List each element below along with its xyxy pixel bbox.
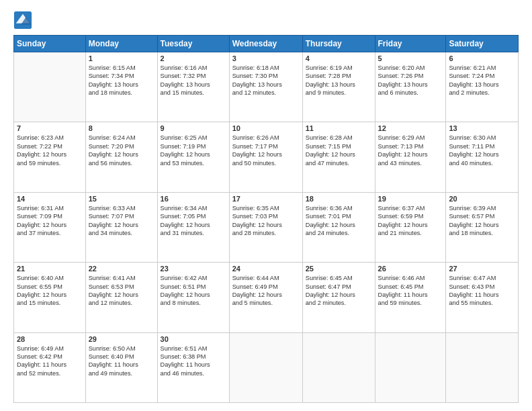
calendar-cell: 1Sunrise: 6:15 AM Sunset: 7:34 PM Daylig… [85,52,157,122]
day-info: Sunrise: 6:33 AM Sunset: 7:07 PM Dayligh… [89,204,154,238]
day-info: Sunrise: 6:50 AM Sunset: 6:40 PM Dayligh… [89,345,154,378]
day-number: 16 [161,195,226,203]
calendar-cell: 6Sunrise: 6:21 AM Sunset: 7:24 PM Daylig… [446,52,519,122]
day-info: Sunrise: 6:49 AM Sunset: 6:42 PM Dayligh… [17,345,83,378]
calendar-cell: 27Sunrise: 6:47 AM Sunset: 6:43 PM Dayli… [446,263,519,332]
day-number: 6 [449,54,515,62]
day-info: Sunrise: 6:40 AM Sunset: 6:55 PM Dayligh… [17,274,83,308]
day-number: 9 [161,124,226,132]
calendar-cell: 15Sunrise: 6:33 AM Sunset: 7:07 PM Dayli… [85,192,157,262]
day-number: 26 [378,265,443,273]
day-info: Sunrise: 6:35 AM Sunset: 7:03 PM Dayligh… [232,204,300,238]
calendar-cell: 11Sunrise: 6:28 AM Sunset: 7:15 PM Dayli… [302,122,375,192]
calendar-cell: 17Sunrise: 6:35 AM Sunset: 7:03 PM Dayli… [229,192,302,262]
calendar-cell: 21Sunrise: 6:40 AM Sunset: 6:55 PM Dayli… [14,263,86,332]
day-info: Sunrise: 6:23 AM Sunset: 7:22 PM Dayligh… [17,134,83,167]
logo [13,11,34,30]
calendar-cell: 12Sunrise: 6:29 AM Sunset: 7:13 PM Dayli… [375,122,446,192]
day-info: Sunrise: 6:26 AM Sunset: 7:17 PM Dayligh… [232,134,300,167]
calendar-cell: 26Sunrise: 6:46 AM Sunset: 6:45 PM Dayli… [375,263,446,332]
day-number: 22 [89,265,154,273]
calendar-cell: 7Sunrise: 6:23 AM Sunset: 7:22 PM Daylig… [14,122,86,192]
day-number: 23 [161,265,226,273]
calendar-cell: 29Sunrise: 6:50 AM Sunset: 6:40 PM Dayli… [85,332,157,402]
day-number: 13 [449,124,515,132]
calendar-week-row: 14Sunrise: 6:31 AM Sunset: 7:09 PM Dayli… [14,192,519,262]
day-number: 25 [306,265,372,273]
day-info: Sunrise: 6:19 AM Sunset: 7:28 PM Dayligh… [306,64,372,97]
calendar-cell: 9Sunrise: 6:25 AM Sunset: 7:19 PM Daylig… [157,122,229,192]
day-number: 5 [378,54,443,62]
day-info: Sunrise: 6:45 AM Sunset: 6:47 PM Dayligh… [306,274,372,308]
day-number: 8 [89,124,154,132]
day-info: Sunrise: 6:44 AM Sunset: 6:49 PM Dayligh… [232,274,300,308]
col-monday: Monday [85,36,157,52]
col-tuesday: Tuesday [157,36,229,52]
day-number: 12 [378,124,443,132]
day-info: Sunrise: 6:42 AM Sunset: 6:51 PM Dayligh… [161,274,226,308]
day-number: 15 [89,195,154,203]
day-info: Sunrise: 6:37 AM Sunset: 6:59 PM Dayligh… [378,204,443,238]
day-info: Sunrise: 6:51 AM Sunset: 6:38 PM Dayligh… [161,345,226,378]
day-number: 7 [17,124,83,132]
calendar-week-row: 1Sunrise: 6:15 AM Sunset: 7:34 PM Daylig… [14,52,519,122]
calendar-cell: 14Sunrise: 6:31 AM Sunset: 7:09 PM Dayli… [14,192,86,262]
day-number: 24 [232,265,300,273]
calendar-cell: 30Sunrise: 6:51 AM Sunset: 6:38 PM Dayli… [157,332,229,402]
day-number: 4 [306,54,372,62]
day-number: 10 [232,124,300,132]
calendar-cell: 10Sunrise: 6:26 AM Sunset: 7:17 PM Dayli… [229,122,302,192]
day-number: 20 [449,195,515,203]
calendar-cell: 22Sunrise: 6:41 AM Sunset: 6:53 PM Dayli… [85,263,157,332]
calendar-cell: 18Sunrise: 6:36 AM Sunset: 7:01 PM Dayli… [302,192,375,262]
calendar-cell: 5Sunrise: 6:20 AM Sunset: 7:26 PM Daylig… [375,52,446,122]
day-number: 28 [17,335,83,343]
calendar-cell [229,332,302,402]
calendar-cell: 4Sunrise: 6:19 AM Sunset: 7:28 PM Daylig… [302,52,375,122]
day-info: Sunrise: 6:28 AM Sunset: 7:15 PM Dayligh… [306,134,372,167]
calendar-cell [375,332,446,402]
calendar-cell: 28Sunrise: 6:49 AM Sunset: 6:42 PM Dayli… [14,332,86,402]
calendar-cell: 16Sunrise: 6:34 AM Sunset: 7:05 PM Dayli… [157,192,229,262]
col-thursday: Thursday [302,36,375,52]
day-info: Sunrise: 6:47 AM Sunset: 6:43 PM Dayligh… [449,274,515,308]
day-info: Sunrise: 6:16 AM Sunset: 7:32 PM Dayligh… [161,64,226,97]
calendar-cell: 2Sunrise: 6:16 AM Sunset: 7:32 PM Daylig… [157,52,229,122]
day-number: 18 [306,195,372,203]
col-wednesday: Wednesday [229,36,302,52]
day-number: 2 [161,54,226,62]
day-number: 17 [232,195,300,203]
day-info: Sunrise: 6:30 AM Sunset: 7:11 PM Dayligh… [449,134,515,167]
calendar-cell: 13Sunrise: 6:30 AM Sunset: 7:11 PM Dayli… [446,122,519,192]
day-info: Sunrise: 6:31 AM Sunset: 7:09 PM Dayligh… [17,204,83,238]
calendar-cell: 25Sunrise: 6:45 AM Sunset: 6:47 PM Dayli… [302,263,375,332]
day-info: Sunrise: 6:20 AM Sunset: 7:26 PM Dayligh… [378,64,443,97]
day-number: 11 [306,124,372,132]
col-saturday: Saturday [446,36,519,52]
calendar-header-row: Sunday Monday Tuesday Wednesday Thursday… [14,36,519,52]
calendar-week-row: 7Sunrise: 6:23 AM Sunset: 7:22 PM Daylig… [14,122,519,192]
day-number: 14 [17,195,83,203]
calendar-week-row: 21Sunrise: 6:40 AM Sunset: 6:55 PM Dayli… [14,263,519,332]
calendar-cell: 3Sunrise: 6:18 AM Sunset: 7:30 PM Daylig… [229,52,302,122]
calendar-cell: 24Sunrise: 6:44 AM Sunset: 6:49 PM Dayli… [229,263,302,332]
day-number: 1 [89,54,154,62]
calendar-cell [302,332,375,402]
day-info: Sunrise: 6:29 AM Sunset: 7:13 PM Dayligh… [378,134,443,167]
calendar-cell: 8Sunrise: 6:24 AM Sunset: 7:20 PM Daylig… [85,122,157,192]
calendar-cell: 19Sunrise: 6:37 AM Sunset: 6:59 PM Dayli… [375,192,446,262]
day-number: 29 [89,335,154,343]
logo-icon [13,11,32,30]
day-info: Sunrise: 6:46 AM Sunset: 6:45 PM Dayligh… [378,274,443,308]
calendar-cell: 23Sunrise: 6:42 AM Sunset: 6:51 PM Dayli… [157,263,229,332]
day-info: Sunrise: 6:15 AM Sunset: 7:34 PM Dayligh… [89,64,154,97]
col-sunday: Sunday [14,36,86,52]
day-number: 21 [17,265,83,273]
day-info: Sunrise: 6:34 AM Sunset: 7:05 PM Dayligh… [161,204,226,238]
day-info: Sunrise: 6:39 AM Sunset: 6:57 PM Dayligh… [449,204,515,238]
day-number: 27 [449,265,515,273]
day-info: Sunrise: 6:41 AM Sunset: 6:53 PM Dayligh… [89,274,154,308]
calendar-cell: 20Sunrise: 6:39 AM Sunset: 6:57 PM Dayli… [446,192,519,262]
calendar-week-row: 28Sunrise: 6:49 AM Sunset: 6:42 PM Dayli… [14,332,519,402]
day-info: Sunrise: 6:18 AM Sunset: 7:30 PM Dayligh… [232,64,300,97]
